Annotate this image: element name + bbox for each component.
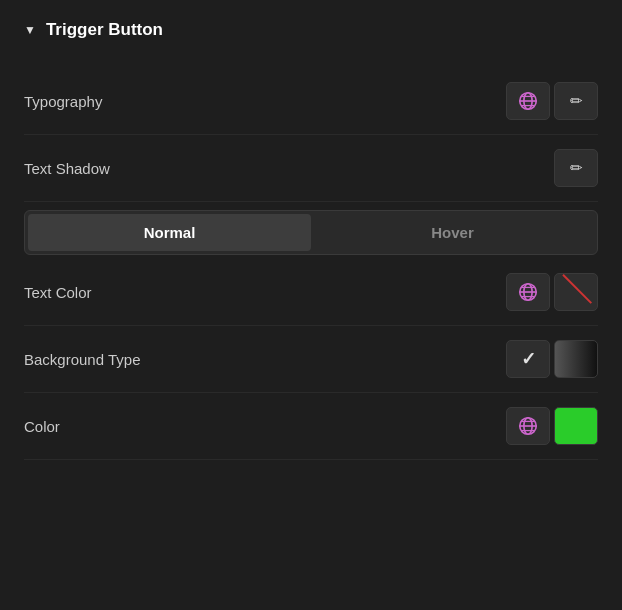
color-swatch-green[interactable] [554, 407, 598, 445]
color-controls [506, 407, 598, 445]
text-shadow-row: Text Shadow ✏ [24, 135, 598, 202]
text-color-row: Text Color [24, 259, 598, 326]
background-type-controls: ✓ [506, 340, 598, 378]
globe-icon-color [517, 281, 539, 303]
state-toggle: Normal Hover [24, 210, 598, 255]
typography-controls: ✏ [506, 82, 598, 120]
checkmark-icon: ✓ [521, 348, 536, 370]
text-shadow-controls: ✏ [554, 149, 598, 187]
background-type-check-button[interactable]: ✓ [506, 340, 550, 378]
gradient-swatch[interactable] [554, 340, 598, 378]
pencil-icon-shadow: ✏ [570, 159, 583, 177]
tab-normal[interactable]: Normal [28, 214, 311, 251]
text-color-label: Text Color [24, 284, 92, 301]
typography-row: Typography ✏ [24, 68, 598, 135]
typography-globe-button[interactable] [506, 82, 550, 120]
text-color-controls [506, 273, 598, 311]
text-color-globe-button[interactable] [506, 273, 550, 311]
typography-edit-button[interactable]: ✏ [554, 82, 598, 120]
color-label: Color [24, 418, 60, 435]
color-globe-button[interactable] [506, 407, 550, 445]
text-shadow-label: Text Shadow [24, 160, 110, 177]
toggle-tabs-row: Normal Hover [24, 210, 598, 255]
globe-icon-color2 [517, 415, 539, 437]
background-type-label: Background Type [24, 351, 140, 368]
color-row: Color [24, 393, 598, 460]
tab-hover[interactable]: Hover [311, 214, 594, 251]
pencil-icon: ✏ [570, 92, 583, 110]
typography-label: Typography [24, 93, 102, 110]
chevron-icon[interactable]: ▼ [24, 23, 36, 37]
text-color-swatch[interactable] [554, 273, 598, 311]
globe-icon [517, 90, 539, 112]
section-title: Trigger Button [46, 20, 163, 40]
text-shadow-edit-button[interactable]: ✏ [554, 149, 598, 187]
background-type-row: Background Type ✓ [24, 326, 598, 393]
section-header: ▼ Trigger Button [24, 20, 598, 40]
